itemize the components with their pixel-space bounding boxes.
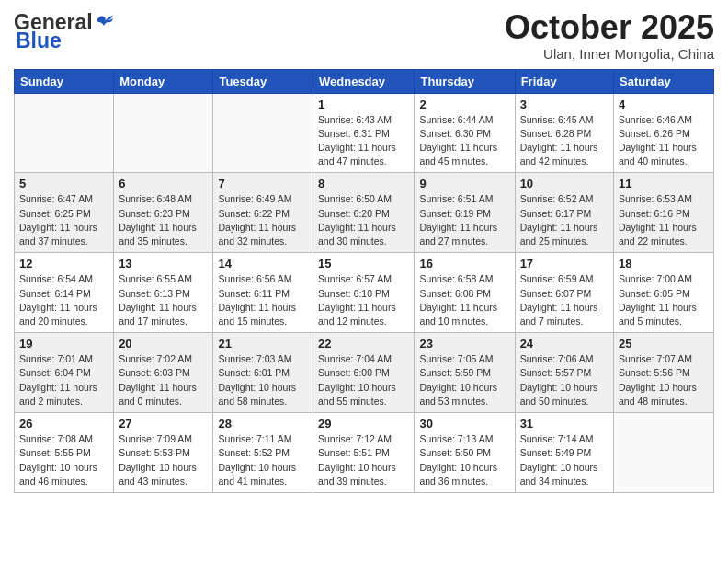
col-wednesday: Wednesday [313,69,415,93]
day-info: Sunrise: 6:52 AM Sunset: 6:17 PM Dayligh… [520,192,609,248]
calendar-cell: 4Sunrise: 6:46 AM Sunset: 6:26 PM Daylig… [614,93,714,173]
day-info: Sunrise: 7:07 AM Sunset: 5:56 PM Dayligh… [619,352,709,408]
day-number: 7 [218,177,308,190]
calendar-cell: 19Sunrise: 7:01 AM Sunset: 6:04 PM Dayli… [15,333,114,413]
day-number: 27 [119,417,208,431]
day-info: Sunrise: 7:08 AM Sunset: 5:55 PM Dayligh… [19,432,108,488]
day-number: 1 [318,98,409,111]
logo-blue: Blue [16,30,115,52]
calendar-cell: 14Sunrise: 6:56 AM Sunset: 6:11 PM Dayli… [213,253,313,333]
day-number: 8 [318,177,409,190]
day-number: 24 [520,337,609,350]
calendar-cell: 3Sunrise: 6:45 AM Sunset: 6:28 PM Daylig… [515,93,613,173]
calendar-cell: 11Sunrise: 6:53 AM Sunset: 6:16 PM Dayli… [614,173,714,253]
day-number: 10 [520,177,609,190]
day-number: 5 [19,177,108,190]
week-row-3: 12Sunrise: 6:54 AM Sunset: 6:14 PM Dayli… [15,253,714,333]
week-row-4: 19Sunrise: 7:01 AM Sunset: 6:04 PM Dayli… [15,333,714,413]
calendar-cell: 13Sunrise: 6:55 AM Sunset: 6:13 PM Dayli… [114,253,213,333]
day-info: Sunrise: 6:55 AM Sunset: 6:13 PM Dayligh… [119,272,208,328]
calendar-cell: 1Sunrise: 6:43 AM Sunset: 6:31 PM Daylig… [313,93,415,173]
day-info: Sunrise: 7:01 AM Sunset: 6:04 PM Dayligh… [19,352,108,408]
col-sunday: Sunday [15,69,114,93]
day-number: 11 [619,177,709,190]
header-row: Sunday Monday Tuesday Wednesday Thursday… [15,69,714,93]
day-info: Sunrise: 6:45 AM Sunset: 6:28 PM Dayligh… [520,113,609,169]
day-info: Sunrise: 6:46 AM Sunset: 6:26 PM Dayligh… [619,113,709,169]
calendar-cell: 18Sunrise: 7:00 AM Sunset: 6:05 PM Dayli… [614,253,714,333]
day-number: 26 [19,417,108,431]
day-number: 14 [218,257,308,270]
calendar-cell: 28Sunrise: 7:11 AM Sunset: 5:52 PM Dayli… [213,413,313,493]
calendar-cell: 27Sunrise: 7:09 AM Sunset: 5:53 PM Dayli… [114,413,213,493]
calendar-cell [213,93,313,173]
day-info: Sunrise: 6:53 AM Sunset: 6:16 PM Dayligh… [619,192,709,248]
day-info: Sunrise: 7:11 AM Sunset: 5:52 PM Dayligh… [218,432,308,488]
calendar-cell [15,93,114,173]
day-number: 29 [318,417,409,431]
calendar-cell: 30Sunrise: 7:13 AM Sunset: 5:50 PM Dayli… [415,413,515,493]
calendar-table: Sunday Monday Tuesday Wednesday Thursday… [14,69,714,493]
calendar-cell: 23Sunrise: 7:05 AM Sunset: 5:59 PM Dayli… [415,333,515,413]
day-number: 13 [119,257,208,270]
calendar-cell: 20Sunrise: 7:02 AM Sunset: 6:03 PM Dayli… [114,333,213,413]
calendar-cell: 25Sunrise: 7:07 AM Sunset: 5:56 PM Dayli… [614,333,714,413]
day-number: 6 [119,177,208,190]
day-number: 19 [19,337,108,350]
day-info: Sunrise: 7:13 AM Sunset: 5:50 PM Dayligh… [419,432,509,488]
day-number: 16 [419,257,509,270]
calendar-cell: 9Sunrise: 6:51 AM Sunset: 6:19 PM Daylig… [415,173,515,253]
col-monday: Monday [114,69,213,93]
col-friday: Friday [515,69,613,93]
day-number: 20 [119,337,208,350]
day-info: Sunrise: 7:06 AM Sunset: 5:57 PM Dayligh… [520,352,609,408]
day-info: Sunrise: 7:05 AM Sunset: 5:59 PM Dayligh… [419,352,509,408]
page-header: General Blue October 2025 Ulan, Inner Mo… [14,9,714,62]
day-number: 25 [619,337,709,350]
day-number: 21 [218,337,308,350]
day-info: Sunrise: 6:58 AM Sunset: 6:08 PM Dayligh… [419,272,509,328]
col-tuesday: Tuesday [213,69,313,93]
month-title: October 2025 [505,9,714,46]
day-info: Sunrise: 6:59 AM Sunset: 6:07 PM Dayligh… [520,272,609,328]
day-number: 22 [318,337,409,350]
calendar-cell: 12Sunrise: 6:54 AM Sunset: 6:14 PM Dayli… [15,253,114,333]
calendar-cell: 2Sunrise: 6:44 AM Sunset: 6:30 PM Daylig… [415,93,515,173]
day-number: 2 [419,98,509,111]
calendar-cell: 10Sunrise: 6:52 AM Sunset: 6:17 PM Dayli… [515,173,613,253]
calendar-cell: 7Sunrise: 6:49 AM Sunset: 6:22 PM Daylig… [213,173,313,253]
logo-bird-icon [95,13,115,31]
day-info: Sunrise: 6:49 AM Sunset: 6:22 PM Dayligh… [218,192,308,248]
logo: General Blue [14,11,115,52]
calendar-cell: 17Sunrise: 6:59 AM Sunset: 6:07 PM Dayli… [515,253,613,333]
day-info: Sunrise: 6:47 AM Sunset: 6:25 PM Dayligh… [19,192,108,248]
calendar-cell: 31Sunrise: 7:14 AM Sunset: 5:49 PM Dayli… [515,413,613,493]
day-info: Sunrise: 6:43 AM Sunset: 6:31 PM Dayligh… [318,113,409,169]
day-info: Sunrise: 6:56 AM Sunset: 6:11 PM Dayligh… [218,272,308,328]
day-info: Sunrise: 7:09 AM Sunset: 5:53 PM Dayligh… [119,432,208,488]
day-info: Sunrise: 7:02 AM Sunset: 6:03 PM Dayligh… [119,352,208,408]
day-info: Sunrise: 6:54 AM Sunset: 6:14 PM Dayligh… [19,272,108,328]
col-thursday: Thursday [415,69,515,93]
col-saturday: Saturday [614,69,714,93]
day-number: 4 [619,98,709,111]
day-info: Sunrise: 6:44 AM Sunset: 6:30 PM Dayligh… [419,113,509,169]
calendar-cell: 6Sunrise: 6:48 AM Sunset: 6:23 PM Daylig… [114,173,213,253]
day-number: 23 [419,337,509,350]
calendar-cell: 21Sunrise: 7:03 AM Sunset: 6:01 PM Dayli… [213,333,313,413]
calendar-cell: 5Sunrise: 6:47 AM Sunset: 6:25 PM Daylig… [15,173,114,253]
day-number: 9 [419,177,509,190]
day-number: 18 [619,257,709,270]
week-row-5: 26Sunrise: 7:08 AM Sunset: 5:55 PM Dayli… [15,413,714,493]
calendar-cell [114,93,213,173]
day-number: 15 [318,257,409,270]
day-info: Sunrise: 7:00 AM Sunset: 6:05 PM Dayligh… [619,272,709,328]
day-info: Sunrise: 6:57 AM Sunset: 6:10 PM Dayligh… [318,272,409,328]
calendar-cell [614,413,714,493]
day-info: Sunrise: 7:14 AM Sunset: 5:49 PM Dayligh… [520,432,609,488]
day-info: Sunrise: 7:04 AM Sunset: 6:00 PM Dayligh… [318,352,409,408]
calendar-cell: 8Sunrise: 6:50 AM Sunset: 6:20 PM Daylig… [313,173,415,253]
title-block: October 2025 Ulan, Inner Mongolia, China [505,9,714,62]
day-info: Sunrise: 6:50 AM Sunset: 6:20 PM Dayligh… [318,192,409,248]
day-number: 28 [218,417,308,431]
